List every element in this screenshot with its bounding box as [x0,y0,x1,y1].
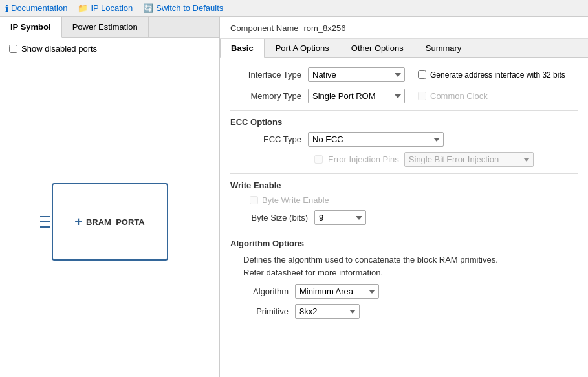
interface-type-select[interactable]: Native AXI4 [308,67,405,82]
right-tabs: Basic Port A Options Other Options Summa… [220,39,588,58]
left-panel: IP Symbol Power Estimation Show disabled… [0,17,220,377]
write-enable-sub-section: Byte Write Enable Byte Size (bits) 8 9 [243,195,578,225]
right-panel: Component Name rom_8x256 Basic Port A Op… [220,17,588,377]
bram-container: + BRAM_PORTA [52,183,168,261]
algorithm-description: Defines the algorithm used to concatenat… [243,253,578,279]
refresh-icon: 🔄 [143,3,153,13]
write-enable-section-header: Write Enable [230,180,578,190]
bram-line-3 [40,226,50,228]
component-name-row: Component Name rom_8x256 [220,17,588,39]
left-tab-content: Show disabled ports [0,38,219,67]
generate-32bit-label: Generate address interface with 32 bits [430,70,565,80]
main-layout: IP Symbol Power Estimation Show disabled… [0,17,588,377]
tab-basic[interactable]: Basic [220,39,265,58]
left-tabs: IP Symbol Power Estimation [0,17,219,38]
bram-line-1 [40,216,50,217]
memory-type-label: Memory Type [230,91,308,101]
common-clock-label: Common Clock [430,91,488,101]
ip-location-link[interactable]: 📁 IP Location [78,3,133,13]
tab-summary[interactable]: Summary [415,39,473,58]
algorithm-select[interactable]: Minimum Area Low Power Fixed Primitive [295,284,379,299]
memory-type-select[interactable]: Single Port ROM Simple Dual Port RAM Tru… [308,89,405,103]
primitive-row: Primitive 8kx2 4kx4 2kx9 [243,304,578,319]
memory-type-row: Memory Type Single Port ROM Simple Dual … [230,89,578,103]
show-disabled-ports-checkbox[interactable] [9,45,17,53]
documentation-icon: ℹ [5,3,8,14]
algorithm-row: Algorithm Minimum Area Low Power Fixed P… [243,284,578,299]
generate-32bit-checkbox[interactable] [418,70,426,79]
documentation-link[interactable]: ℹ Documentation [5,3,67,14]
ecc-separator [230,110,578,111]
interface-type-row: Interface Type Native AXI4 Generate addr… [230,67,578,82]
tab-power-estimation[interactable]: Power Estimation [62,17,149,37]
error-injection-row: Error Injection Pins Single Bit Error In… [314,152,578,167]
error-injection-pins-label: Error Injection Pins [328,155,399,164]
primitive-label: Primitive [243,307,295,316]
symbol-area: + BRAM_PORTA [0,67,219,377]
bram-symbol-box: + BRAM_PORTA [52,183,168,261]
show-disabled-ports-label: Show disabled ports [21,44,97,54]
byte-write-enable-checkbox[interactable] [250,196,258,204]
show-disabled-ports-row: Show disabled ports [9,44,210,54]
tab-port-a-options[interactable]: Port A Options [265,39,340,58]
error-injection-pins-checkbox[interactable] [314,155,323,164]
byte-size-label: Byte Size (bits) [243,213,314,222]
primitive-select[interactable]: 8kx2 4kx4 2kx9 [295,304,360,319]
interface-type-label: Interface Type [230,70,308,80]
generate-32bit-row: Generate address interface with 32 bits [418,70,565,80]
common-clock-row: Common Clock [418,91,488,101]
bram-port-lines [40,216,50,228]
top-bar: ℹ Documentation 📁 IP Location 🔄 Switch t… [0,0,588,17]
ecc-type-select[interactable]: No ECC Hamming ECC SEC/DED ECC [308,132,444,147]
algorithm-separator [230,232,578,232]
algorithm-section-header: Algorithm Options [230,239,578,248]
bram-plus-icon: + [74,215,82,230]
byte-write-enable-row: Byte Write Enable [250,195,578,205]
tab-other-options[interactable]: Other Options [340,39,415,58]
algorithm-sub-section: Defines the algorithm used to concatenat… [243,253,578,319]
write-enable-separator [230,173,578,174]
switch-defaults-label: Switch to Defaults [156,3,223,13]
documentation-label: Documentation [11,3,67,13]
algorithm-label: Algorithm [243,286,295,296]
byte-size-row: Byte Size (bits) 8 9 [243,210,578,225]
error-injection-select[interactable]: Single Bit Error Injection Double Bit Er… [404,152,534,167]
ecc-sub-section: ECC Type No ECC Hamming ECC SEC/DED ECC … [243,132,578,167]
ecc-type-row: ECC Type No ECC Hamming ECC SEC/DED ECC [243,132,578,147]
bram-label: + BRAM_PORTA [74,215,144,230]
component-name-value: rom_8x256 [304,23,346,33]
basic-tab-content: Interface Type Native AXI4 Generate addr… [220,58,588,333]
tab-ip-symbol[interactable]: IP Symbol [0,17,62,38]
component-name-label: Component Name [230,23,299,33]
bram-name: BRAM_PORTA [86,217,145,227]
bram-line-2 [40,221,50,222]
byte-write-enable-label: Byte Write Enable [262,195,329,205]
location-label: IP Location [91,3,133,13]
byte-size-select[interactable]: 8 9 [314,210,366,225]
ecc-section-header: ECC Options [230,117,578,127]
location-icon: 📁 [78,3,88,13]
ecc-type-label: ECC Type [243,135,308,144]
switch-defaults-link[interactable]: 🔄 Switch to Defaults [143,3,223,13]
common-clock-checkbox[interactable] [418,92,426,100]
